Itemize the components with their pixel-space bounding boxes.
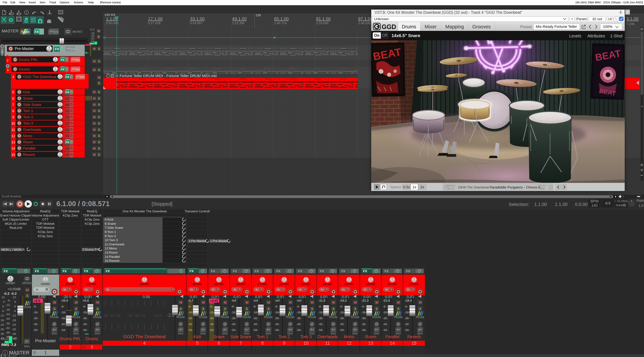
svg-text:M: M: [419, 301, 422, 304]
svg-text:S: S: [98, 97, 100, 100]
svg-text:ReaEQ: ReaEQ: [40, 209, 50, 213]
svg-text:FX: FX: [190, 269, 194, 273]
svg-text:none: none: [616, 203, 624, 207]
svg-text:-18-: -18-: [33, 311, 38, 314]
svg-text:30-: 30-: [0, 328, 5, 331]
svg-text:FX: FX: [66, 147, 69, 150]
svg-text:-42-: -42-: [209, 322, 214, 326]
svg-text:8:Tom 1: 8:Tom 1: [105, 230, 116, 234]
svg-text:Ø: Ø: [224, 322, 226, 326]
svg-text:-7.2: -7.2: [10, 343, 16, 346]
svg-text:140: 140: [592, 203, 598, 207]
svg-text:-54-: -54-: [82, 328, 88, 332]
svg-text:-inf: -inf: [253, 299, 258, 302]
svg-text:Ø: Ø: [179, 322, 182, 326]
svg-text:Mono: Mono: [344, 334, 354, 339]
svg-text:S: S: [98, 147, 100, 150]
svg-text:-6-: -6-: [188, 305, 192, 308]
svg-text:in: in: [321, 288, 324, 291]
svg-text:-30-: -30-: [6, 317, 10, 320]
svg-text:-42: -42: [13, 337, 17, 340]
svg-text:FX: FX: [406, 269, 410, 273]
svg-text:KClip Zero: KClip Zero: [38, 230, 53, 234]
svg-text:Parallel: Parallel: [23, 146, 35, 150]
svg-text:M: M: [93, 128, 96, 131]
svg-text:center: center: [236, 282, 246, 286]
svg-text:-54-: -54-: [274, 328, 280, 332]
svg-text:S: S: [268, 307, 270, 311]
svg-text:M: M: [26, 288, 29, 292]
svg-text:trim: trim: [52, 332, 57, 335]
svg-text:140 4/4: 140 4/4: [104, 13, 115, 17]
svg-text:-42-: -42-: [296, 322, 302, 326]
svg-text:S: S: [180, 307, 182, 311]
svg-text:Volume Adjustment: Volume Adjustment: [32, 214, 59, 217]
svg-text:Overheads: Overheads: [23, 128, 41, 132]
svg-text:-18-: -18-: [404, 311, 410, 314]
svg-text:18-: 18-: [0, 319, 5, 322]
svg-text:-30-: -30-: [404, 317, 410, 320]
svg-text:-54-: -54-: [188, 328, 193, 332]
svg-text:ReaLimit: ReaLimit: [10, 226, 22, 229]
svg-text:49.1.00: 49.1.00: [232, 16, 247, 21]
svg-text:in: in: [85, 288, 88, 291]
svg-text:-18-: -18-: [361, 311, 366, 314]
svg-text:Ø: Ø: [332, 322, 335, 326]
svg-text:+0.0: +0.0: [82, 299, 89, 302]
svg-text:-30-: -30-: [61, 317, 66, 320]
svg-text:6.1.00 / 0:08.571: 6.1.00 / 0:08.571: [56, 200, 110, 208]
svg-text:Scroll timeline: Scroll timeline: [1, 195, 21, 198]
svg-text:M: M: [289, 301, 292, 304]
svg-text:S: S: [96, 307, 99, 311]
svg-text:-54-: -54-: [318, 328, 323, 332]
svg-text:Ø: Ø: [418, 322, 422, 326]
svg-text:97.1.00: 97.1.00: [358, 16, 373, 21]
svg-text:Pre-Master: Pre-Master: [15, 47, 34, 51]
svg-text:13:Room: 13:Room: [105, 251, 118, 254]
svg-text:-42-: -42-: [340, 322, 344, 326]
svg-text:Tom 3: Tom 3: [23, 121, 33, 125]
svg-text:3.1.00: 3.1.00: [626, 16, 638, 21]
svg-text:Route: Route: [394, 315, 402, 319]
svg-text:0:27.428: 0:27.428: [148, 21, 160, 25]
svg-text:-42-: -42-: [383, 322, 388, 326]
svg-text:Drums PRL: Drums PRL: [60, 336, 81, 341]
svg-text:center: center: [192, 282, 202, 286]
svg-text:-42-: -42-: [361, 322, 366, 326]
svg-text:FX: FX: [363, 269, 367, 273]
svg-text:⌁ GLOBAL: ⌁ GLOBAL: [615, 200, 628, 203]
svg-text:FX: FX: [66, 116, 69, 119]
svg-text:S: S: [224, 307, 226, 311]
svg-text:S: S: [98, 153, 100, 156]
svg-text:5:Kick: 5:Kick: [105, 218, 114, 221]
svg-text:S: S: [98, 90, 100, 94]
svg-text:Route: Route: [372, 315, 381, 319]
svg-text:-inf: -inf: [231, 299, 236, 302]
svg-text:9: 9: [283, 341, 285, 346]
svg-text:6-: 6-: [2, 309, 5, 313]
svg-text:-18-: -18-: [231, 311, 236, 314]
svg-text:0.00: 0.00: [407, 295, 414, 299]
svg-text:Volume Adjustment: Volume Adjustment: [2, 209, 30, 213]
svg-text:in: in: [407, 288, 410, 291]
svg-text:Drums: Drums: [86, 336, 98, 341]
svg-text:Room: Room: [23, 140, 33, 144]
svg-text:M: M: [246, 301, 248, 304]
svg-text:M: M: [93, 47, 96, 51]
svg-text:center: center: [214, 282, 224, 286]
svg-text:-21.3: -21.3: [361, 299, 368, 302]
svg-text:trim: trim: [70, 47, 76, 51]
svg-text:S: S: [98, 81, 100, 85]
svg-text:Tom 2: Tom 2: [278, 334, 290, 339]
svg-text:-54-: -54-: [296, 328, 302, 332]
svg-text:M: M: [93, 68, 96, 72]
svg-text:-18-: -18-: [209, 311, 214, 314]
svg-text:trim: trim: [178, 332, 183, 335]
svg-text:-12-: -12-: [6, 303, 10, 307]
svg-text:Soft Clipper/Limiter: Soft Clipper/Limiter: [2, 218, 30, 221]
svg-text:M: M: [180, 301, 182, 304]
svg-text:-30-: -30-: [383, 317, 388, 320]
svg-text:-30-: -30-: [33, 317, 38, 320]
svg-text:-33.2: -33.2: [340, 299, 347, 302]
svg-text:center: center: [366, 282, 376, 286]
